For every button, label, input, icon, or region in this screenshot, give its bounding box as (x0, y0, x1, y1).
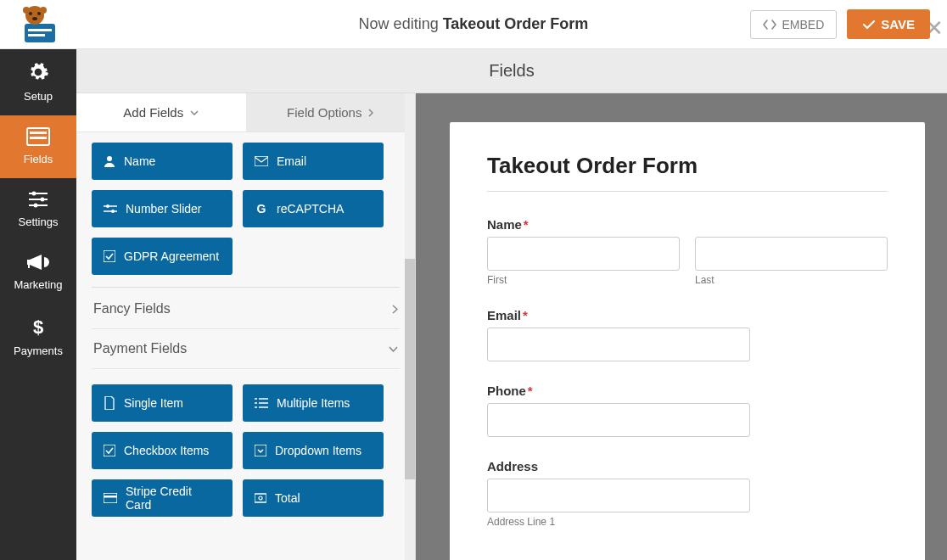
field-phone-preview[interactable]: Phone* (487, 384, 888, 437)
chevron-down-icon (389, 346, 398, 352)
svg-point-18 (106, 204, 109, 208)
field-email[interactable]: Email (243, 143, 384, 180)
svg-rect-11 (30, 137, 47, 139)
sidebar-label: Setup (24, 90, 53, 103)
form-preview-area: Takeout Order Form Name* First Last Emai… (416, 93, 947, 560)
field-label: Single Item (124, 396, 183, 410)
field-label: reCAPTCHA (277, 202, 344, 216)
first-sublabel: First (487, 274, 680, 286)
section-payment-fields[interactable]: Payment Fields (92, 329, 400, 369)
svg-point-4 (29, 12, 32, 15)
checkbox-icon (104, 445, 115, 456)
svg-point-13 (41, 198, 45, 202)
fields-panel: Add Fields Field Options Name Email Numb… (76, 93, 416, 560)
save-button[interactable]: SAVE (847, 9, 930, 39)
sidebar-item-setup[interactable]: Setup (0, 49, 76, 115)
left-sidebar: Setup Fields Settings Marketing $ Paymen… (0, 49, 76, 560)
chevron-right-icon (392, 305, 398, 314)
svg-rect-17 (255, 156, 268, 166)
payment-fields-grid: Single Item Multiple Items Checkbox Item… (92, 384, 400, 517)
svg-point-8 (40, 7, 47, 14)
sidebar-label: Payments (14, 344, 63, 357)
field-label: Stripe Credit Card (126, 484, 221, 512)
address-label: Address (487, 459, 888, 473)
gear-icon (27, 61, 49, 83)
envelope-icon (255, 156, 268, 166)
form-title: Takeout Order Form (487, 153, 888, 179)
field-name[interactable]: Name (92, 143, 233, 180)
field-address-preview[interactable]: Address Address Line 1 (487, 459, 888, 528)
sidebar-item-marketing[interactable]: Marketing (0, 241, 76, 304)
sidebar-item-settings[interactable]: Settings (0, 178, 76, 241)
panel-scrollbar[interactable] (405, 93, 415, 560)
svg-rect-21 (104, 250, 115, 262)
svg-rect-26 (255, 494, 266, 502)
svg-point-5 (37, 12, 41, 15)
editing-form-name: Takeout Order Form (443, 15, 589, 32)
phone-input[interactable] (487, 403, 750, 437)
section-label: Fancy Fields (93, 301, 171, 316)
section-fancy-fields[interactable]: Fancy Fields (92, 289, 400, 329)
sidebar-label: Marketing (14, 278, 62, 291)
svg-rect-1 (28, 29, 52, 31)
svg-rect-25 (104, 496, 117, 498)
last-sublabel: Last (695, 274, 888, 286)
sidebar-item-payments[interactable]: $ Payments (0, 304, 76, 370)
google-icon: G (255, 202, 268, 216)
svg-point-27 (259, 496, 262, 500)
field-label: Multiple Items (277, 396, 350, 410)
dollar-icon: $ (31, 316, 46, 338)
sliders-icon (27, 190, 49, 209)
app-logo (0, 5, 76, 44)
scrollbar-thumb[interactable] (405, 259, 415, 479)
svg-point-14 (34, 204, 38, 208)
check-icon (862, 20, 876, 30)
chevron-down-icon (190, 110, 199, 115)
tab-add-fields[interactable]: Add Fields (76, 93, 246, 132)
field-name-preview[interactable]: Name* First Last (487, 217, 888, 286)
section-label: Payment Fields (93, 341, 187, 356)
field-label: Dropdown Items (275, 444, 361, 457)
field-label: Number Slider (126, 202, 201, 216)
field-total[interactable]: Total (243, 479, 384, 517)
tab-field-options[interactable]: Field Options (246, 93, 416, 132)
svg-point-7 (23, 7, 30, 14)
svg-text:$: $ (33, 316, 43, 338)
embed-button[interactable]: EMBED (750, 10, 837, 39)
file-icon (104, 396, 115, 410)
svg-rect-22 (104, 445, 115, 456)
field-stripe-card[interactable]: Stripe Credit Card (92, 479, 233, 517)
field-multiple-items[interactable]: Multiple Items (243, 384, 384, 422)
form-card[interactable]: Takeout Order Form Name* First Last Emai… (450, 122, 925, 560)
field-email-preview[interactable]: Email* (487, 308, 888, 361)
name-label: Name* (487, 217, 888, 232)
field-number-slider[interactable]: Number Slider (92, 190, 233, 227)
email-input[interactable] (487, 328, 750, 361)
field-recaptcha[interactable]: G reCAPTCHA (243, 190, 384, 227)
panel-tabs: Add Fields Field Options (76, 93, 415, 132)
field-single-item[interactable]: Single Item (92, 384, 233, 422)
svg-point-12 (32, 192, 36, 196)
field-label: Email (277, 154, 306, 168)
field-label: Checkbox Items (124, 444, 209, 457)
field-gdpr[interactable]: GDPR Agreement (92, 238, 233, 275)
field-checkbox-items[interactable]: Checkbox Items (92, 432, 233, 469)
sidebar-label: Settings (19, 216, 59, 228)
svg-point-16 (107, 156, 112, 161)
chevron-right-icon (368, 109, 373, 117)
first-name-input[interactable] (487, 237, 680, 271)
user-icon (104, 155, 115, 167)
checkbox-icon (104, 250, 115, 262)
address-input[interactable] (487, 479, 750, 512)
last-name-input[interactable] (695, 237, 888, 271)
email-label: Email* (487, 308, 888, 322)
sidebar-item-fields[interactable]: Fields (0, 115, 76, 178)
list-icon (255, 398, 268, 408)
panel-body: Name Email Number Slider G reCAPTCHA GDP… (76, 132, 415, 560)
phone-label: Phone* (487, 384, 888, 398)
field-dropdown-items[interactable]: Dropdown Items (243, 432, 384, 469)
save-label: SAVE (881, 17, 915, 31)
field-label: Total (275, 491, 300, 505)
wpforms-logo-icon (14, 5, 62, 44)
embed-label: EMBED (782, 18, 824, 31)
